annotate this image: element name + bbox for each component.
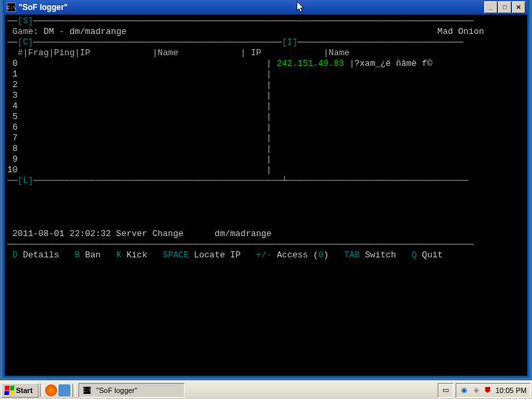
log-timestamp: 2011-08-01 22:02:32 bbox=[13, 229, 111, 239]
col-ping: Ping bbox=[54, 48, 74, 58]
separator bbox=[72, 384, 76, 397]
col-ip: IP bbox=[80, 48, 90, 58]
label-access-close: ) bbox=[323, 250, 329, 260]
tray-globe-icon[interactable]: ◉ bbox=[460, 386, 469, 395]
label-locate: Locate IP bbox=[194, 250, 240, 260]
client-row: 3 bbox=[7, 90, 18, 100]
task-app-icon: C:\ bbox=[83, 386, 91, 394]
task-title: "SoF logger" bbox=[96, 386, 137, 394]
info-name: ?xam_¿ë ñâmè f© bbox=[355, 59, 432, 68]
key-tab: TAB bbox=[344, 250, 359, 260]
console-area[interactable]: ──[S]───────────────────────────────────… bbox=[5, 15, 527, 376]
info-col-name: Name bbox=[329, 48, 349, 58]
col-name: Name bbox=[157, 48, 178, 58]
log-box-label: L bbox=[23, 176, 28, 186]
server-name: Mad Onion bbox=[438, 27, 484, 37]
key-q: Q bbox=[412, 250, 417, 260]
tray-section: ▭ bbox=[438, 383, 454, 398]
label-quit: Quit bbox=[422, 250, 442, 260]
label-details: Details bbox=[23, 250, 59, 260]
client-row: 0 bbox=[7, 59, 18, 68]
info-col-ip: IP bbox=[251, 48, 262, 58]
client-row: 5 bbox=[7, 112, 18, 122]
key-pm: +/- bbox=[256, 250, 272, 260]
info-ip: 242.151.49.83 bbox=[277, 59, 344, 68]
start-label: Start bbox=[16, 386, 33, 394]
system-tray: ◉ ◈ ⛊ 10:05 PM bbox=[456, 383, 531, 398]
log-event: Server Change bbox=[116, 229, 183, 239]
clients-box-label: C bbox=[23, 37, 28, 47]
taskbar-task[interactable]: C:\ "SoF logger" bbox=[78, 383, 185, 398]
separator bbox=[40, 384, 43, 397]
app-icon: C:\ bbox=[7, 3, 16, 12]
status-box-label: S bbox=[23, 16, 28, 26]
key-space: SPACE bbox=[163, 250, 189, 260]
client-row: 10 bbox=[7, 165, 18, 175]
client-row: 4 bbox=[7, 101, 18, 111]
windows-logo-icon bbox=[4, 386, 14, 395]
window-controls: _ □ ✕ bbox=[484, 1, 525, 13]
cmd-window: C:\ "SoF logger" _ □ ✕ ──[S]────────────… bbox=[3, 0, 529, 378]
desktop-icon[interactable] bbox=[58, 384, 70, 396]
game-map: dm/madrange bbox=[70, 27, 127, 37]
key-k: K bbox=[116, 250, 122, 260]
log-detail: dm/madrange bbox=[215, 229, 272, 239]
label-access: Access ( bbox=[277, 250, 318, 260]
client-row: 1 bbox=[7, 69, 18, 79]
minimize-button[interactable]: _ bbox=[484, 1, 497, 13]
label-ban: Ban bbox=[85, 250, 100, 260]
client-row: 9 bbox=[7, 154, 18, 164]
taskbar: Start C:\ "SoF logger" ▭ ◉ ◈ ⛊ 10:05 PM bbox=[0, 380, 532, 399]
label-kick: Kick bbox=[127, 250, 147, 260]
close-button[interactable]: ✕ bbox=[512, 1, 525, 13]
client-row: 2 bbox=[7, 80, 18, 90]
access-count: 0 bbox=[318, 250, 323, 260]
tray-shield-icon[interactable]: ⛊ bbox=[484, 386, 493, 395]
clock[interactable]: 10:05 PM bbox=[495, 386, 527, 394]
client-row: 6 bbox=[7, 122, 18, 132]
tray-cube-icon[interactable]: ◈ bbox=[472, 386, 481, 395]
col-frag: Frag bbox=[28, 48, 48, 58]
game-label: Game: bbox=[13, 27, 39, 37]
window-title: "SoF logger" bbox=[19, 3, 484, 12]
maximize-button[interactable]: □ bbox=[498, 1, 511, 13]
game-mode: DM bbox=[44, 27, 54, 37]
firefox-icon[interactable] bbox=[45, 384, 57, 396]
client-row: 7 bbox=[7, 133, 18, 143]
col-num: # bbox=[18, 48, 23, 58]
key-d: D bbox=[13, 250, 18, 260]
tray-unknown-icon[interactable]: ▭ bbox=[441, 386, 450, 395]
label-switch: Switch bbox=[365, 250, 396, 260]
key-b: B bbox=[74, 250, 80, 260]
start-button[interactable]: Start bbox=[1, 383, 39, 398]
info-box-label: I bbox=[287, 37, 292, 47]
client-row: 8 bbox=[7, 144, 18, 154]
titlebar[interactable]: C:\ "SoF logger" _ □ ✕ bbox=[5, 0, 527, 15]
